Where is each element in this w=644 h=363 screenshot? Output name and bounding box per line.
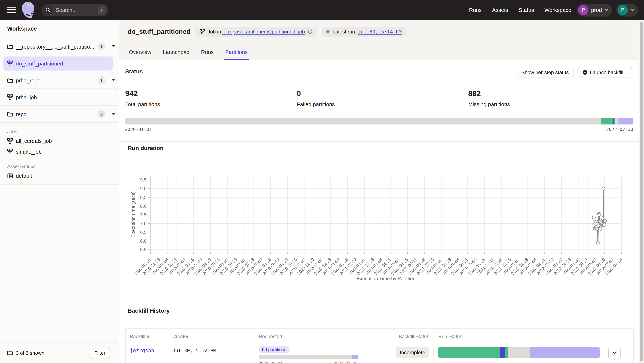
tab-overview[interactable]: Overview	[128, 49, 152, 60]
requested-partitions-bar	[259, 355, 358, 360]
segment-green	[505, 347, 508, 358]
chevron-down-icon	[631, 9, 634, 11]
asset-group-label: default	[16, 173, 32, 179]
asset-group-icon	[7, 173, 13, 179]
backfill-status-chip: Incomplete	[396, 347, 429, 358]
repos-shown-count: 3 of 3 shown	[16, 350, 44, 356]
backfill-id-link[interactable]: jozrgsbh	[130, 348, 154, 353]
partition-stats: 942 Total partitions 0 Failed partitions…	[125, 82, 634, 117]
partition-status-bar[interactable]	[125, 118, 633, 124]
caret-down-icon[interactable]	[112, 79, 115, 81]
repo-label: repo	[16, 111, 26, 117]
sidebar-item-all-cereals-job[interactable]: all_cereals_job	[0, 136, 119, 146]
user-menu[interactable]: P	[616, 4, 638, 16]
segment-gray	[259, 355, 352, 360]
search-input[interactable]: Search... /	[42, 4, 108, 16]
stat-total-partitions: 942 Total partitions	[125, 82, 290, 117]
nav-runs[interactable]: Runs	[469, 7, 482, 13]
segment-blue	[500, 347, 505, 358]
tab-launchpad[interactable]: Launchpad	[162, 49, 191, 60]
job-origin-badge: Job in __reposi...artitioned@partitioned…	[195, 26, 317, 37]
caret-down-icon[interactable]	[112, 45, 115, 48]
sidebar-repo-prha-repo[interactable]: prha_repo 1	[0, 72, 119, 89]
sidebar-repo-repo[interactable]: repo 3	[0, 106, 119, 123]
plus-circle-icon	[582, 70, 587, 75]
folder-icon	[7, 350, 13, 356]
segment-lavender	[619, 118, 633, 124]
latest-run-link[interactable]: Jul 30, 5:14 PM	[358, 29, 402, 34]
workspace-sidebar: Workspace __repository__do_stuff_partiti…	[0, 20, 119, 363]
sidebar-item-default-asset-group[interactable]: default	[0, 170, 119, 181]
segment-lavender	[352, 355, 358, 360]
svg-text:5.5: 5.5	[140, 247, 146, 252]
nav-workspace[interactable]: Workspace	[544, 7, 571, 13]
repo-label: __repository__do_stuff_partitio...	[16, 43, 94, 50]
job-label: do_stuff_partitioned	[16, 60, 63, 66]
deployment-switcher[interactable]: P prod	[577, 4, 612, 16]
tab-runs[interactable]: Runs	[200, 49, 215, 60]
launch-backfill-button[interactable]: Launch backfill...	[578, 67, 632, 77]
asset-groups-section-label: Asset Groups	[0, 162, 119, 170]
tab-partitions[interactable]: Partitions	[224, 49, 249, 60]
folder-icon	[7, 111, 13, 117]
partition-bar-range: 2020-01-01 2022-07-30	[125, 127, 633, 132]
segment-green	[479, 347, 500, 358]
expand-row-button[interactable]	[608, 347, 620, 359]
search-icon	[43, 5, 53, 15]
latest-run-label: Latest run:	[332, 29, 356, 34]
range-end: 2022-07-30	[606, 127, 633, 132]
scrollbar-thumb[interactable]	[640, 22, 643, 361]
segment-lavender	[560, 347, 600, 358]
filter-button[interactable]: Filter	[90, 348, 110, 358]
nav-assets[interactable]: Assets	[492, 7, 508, 13]
segment-gray	[615, 118, 619, 124]
chevron-down-icon	[605, 9, 608, 11]
sidebar-item-prha-job[interactable]: prha_job	[0, 89, 119, 106]
show-per-step-status-button[interactable]: Show per-step status	[517, 67, 573, 77]
sidebar-repo-repository-do-stuff[interactable]: __repository__do_stuff_partitio... 1	[0, 38, 119, 55]
svg-text:Execution Time by Partition: Execution Time by Partition	[356, 276, 415, 281]
count-badge: 1	[98, 76, 106, 84]
requested-range-end: 2022-07-30	[334, 361, 358, 363]
stat-failed-partitions: 0 Failed partitions	[290, 82, 462, 117]
job-origin-link[interactable]: __reposi...artitioned@partitioned_job	[222, 29, 305, 34]
repo-label: prha_repo	[16, 77, 40, 83]
requested-partitions-chip: 60 partitions	[259, 346, 290, 353]
segment-gray	[508, 347, 530, 358]
job-icon	[7, 149, 13, 154]
job-origin-prefix: Job in	[208, 29, 221, 34]
job-icon	[7, 94, 13, 100]
count-badge: 3	[98, 110, 106, 118]
svg-text:6.5: 6.5	[140, 230, 146, 235]
svg-text:9.5: 9.5	[140, 177, 146, 182]
latest-run-badge: Latest run: Jul 30, 5:14 PM	[322, 26, 406, 37]
nav-status[interactable]: Status	[518, 7, 534, 13]
col-backfill-status: Backfill Status	[363, 329, 434, 344]
segment-lavender	[530, 347, 560, 358]
range-start: 2020-01-01	[125, 127, 152, 132]
deployment-avatar: P	[578, 5, 588, 15]
folder-icon	[7, 78, 13, 83]
backfill-created: Jul 30, 5:12 PM	[172, 348, 216, 353]
sidebar-title: Workspace	[7, 26, 37, 32]
refresh-icon[interactable]	[308, 29, 313, 34]
segment-green	[438, 347, 479, 358]
svg-text:8.5: 8.5	[140, 195, 146, 200]
segment-gray	[125, 118, 601, 124]
col-created: Created	[168, 329, 254, 344]
caret-down-icon[interactable]	[112, 113, 115, 115]
col-run-status: Run Status	[434, 329, 604, 344]
run-status-bar[interactable]	[438, 347, 600, 358]
sidebar-item-simple-job[interactable]: simple_job	[0, 146, 119, 157]
col-backfill-id: Backfill Id	[126, 329, 168, 344]
menu-icon[interactable]	[7, 7, 16, 13]
job-label: prha_job	[16, 94, 37, 100]
svg-text:6.0: 6.0	[140, 238, 146, 244]
scrollbar	[638, 20, 644, 363]
svg-text:7.0: 7.0	[140, 221, 146, 226]
dagster-logo[interactable]	[21, 2, 36, 20]
main-content: do_stuff_partitioned Job in __reposi...a…	[119, 20, 644, 363]
job-tabs: Overview Launchpad Runs Partitions	[128, 49, 249, 60]
page-title: do_stuff_partitioned	[128, 28, 190, 36]
sidebar-item-do-stuff-partitioned[interactable]: do_stuff_partitioned	[3, 56, 113, 70]
